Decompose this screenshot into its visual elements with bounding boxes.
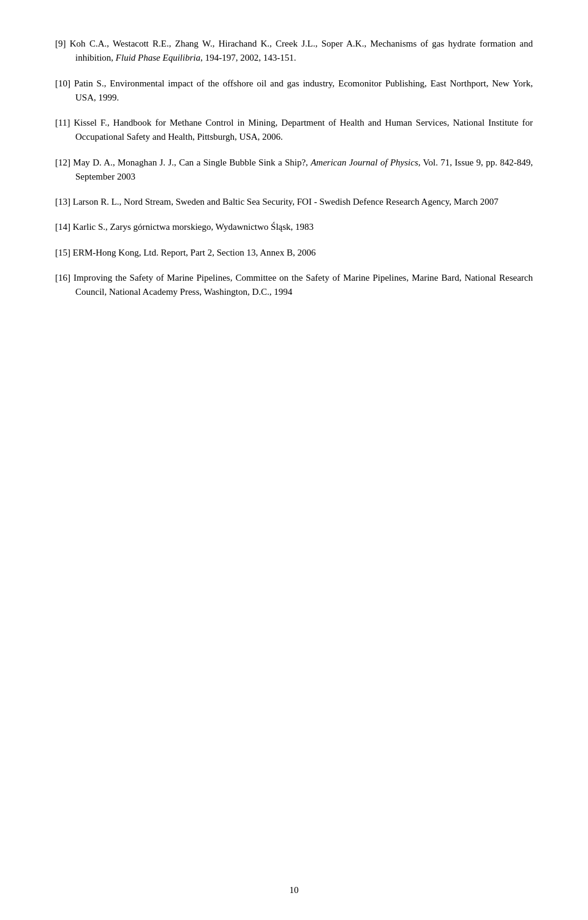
ref12-text: [12] May D. A., Monaghan J. J., Can a Si… bbox=[55, 156, 533, 184]
ref14-text: [14] Karlic S., Zarys górnictwa morskieg… bbox=[55, 220, 533, 234]
ref9-text: [9] Koh C.A., Westacott R.E., Zhang W., … bbox=[55, 37, 533, 66]
reference-12: [12] May D. A., Monaghan J. J., Can a Si… bbox=[55, 156, 533, 184]
reference-15: [15] ERM-Hong Kong, Ltd. Report, Part 2,… bbox=[55, 246, 533, 260]
page-container: [9] Koh C.A., Westacott R.E., Zhang W., … bbox=[0, 0, 588, 920]
ref11-text: [11] Kissel F., Handbook for Methane Con… bbox=[55, 116, 533, 145]
ref13-text: [13] Larson R. L., Nord Stream, Sweden a… bbox=[55, 195, 533, 209]
reference-14: [14] Karlic S., Zarys górnictwa morskieg… bbox=[55, 220, 533, 234]
reference-9: [9] Koh C.A., Westacott R.E., Zhang W., … bbox=[55, 37, 533, 66]
ref10-text: [10] Patin S., Environmental impact of t… bbox=[55, 77, 533, 105]
reference-16: [16] Improving the Safety of Marine Pipe… bbox=[55, 271, 533, 300]
reference-10: [10] Patin S., Environmental impact of t… bbox=[55, 77, 533, 105]
ref15-text: [15] ERM-Hong Kong, Ltd. Report, Part 2,… bbox=[55, 246, 533, 260]
reference-11: [11] Kissel F., Handbook for Methane Con… bbox=[55, 116, 533, 145]
ref16-text: [16] Improving the Safety of Marine Pipe… bbox=[55, 271, 533, 300]
page-number: 10 bbox=[290, 885, 299, 895]
reference-13: [13] Larson R. L., Nord Stream, Sweden a… bbox=[55, 195, 533, 209]
